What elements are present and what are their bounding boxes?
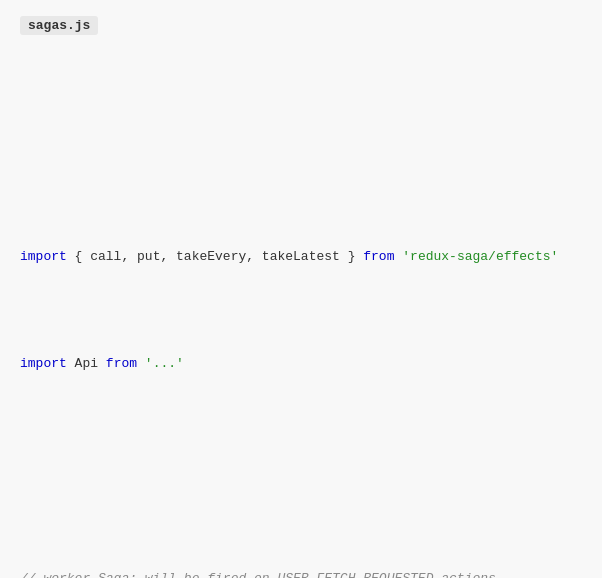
keyword: from	[363, 249, 394, 264]
keyword: import	[20, 356, 67, 371]
code-line	[20, 139, 582, 160]
code-line: // worker Saga: will be fired on USER_FE…	[20, 568, 582, 579]
code-line	[20, 460, 582, 481]
string-value: '...'	[145, 356, 184, 371]
keyword: from	[106, 356, 137, 371]
keyword: import	[20, 249, 67, 264]
comment-text: // worker Saga: will be fired on USER_FE…	[20, 571, 496, 579]
code-block: import { call, put, takeEvery, takeLates…	[20, 53, 582, 578]
editor-container: sagas.js import { call, put, takeEvery, …	[0, 0, 602, 578]
string-value: 'redux-saga/effects'	[402, 249, 558, 264]
code-text	[137, 356, 145, 371]
file-title: sagas.js	[20, 16, 98, 35]
code-text: { call, put, takeEvery, takeLatest }	[67, 249, 363, 264]
code-line: import Api from '...'	[20, 353, 582, 374]
code-line: import { call, put, takeEvery, takeLates…	[20, 246, 582, 267]
code-text: Api	[67, 356, 106, 371]
